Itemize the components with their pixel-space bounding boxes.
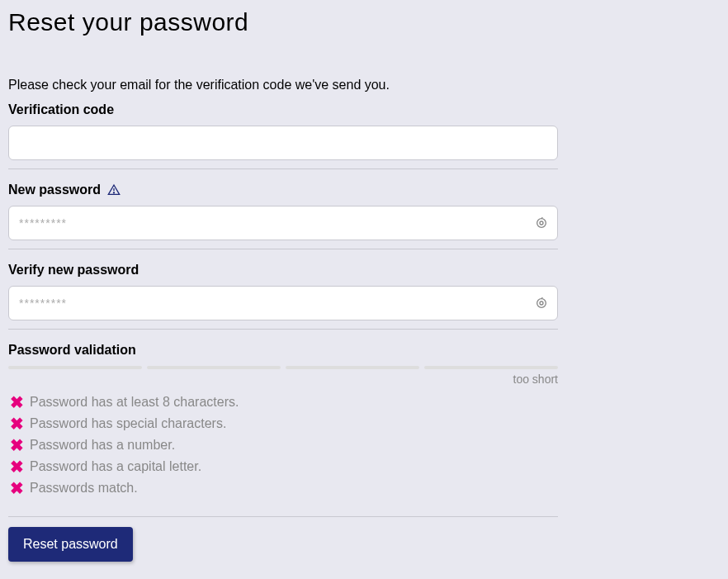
new-password-group: New password [8,183,558,249]
rule-text: Password has at least 8 characters. [30,395,239,410]
page-title: Reset your password [8,8,558,36]
svg-point-3 [540,221,543,225]
validation-rule: ✖ Password has special characters. [8,415,558,432]
verify-password-group: Verify new password [8,263,558,330]
verify-password-label: Verify new password [8,263,558,278]
password-validation-label: Password validation [8,343,558,358]
svg-point-1 [113,192,114,193]
strength-bar [8,366,142,369]
rule-text: Password has a capital letter. [30,459,201,474]
rule-text: Password has special characters. [30,416,226,431]
x-icon: ✖ [8,480,25,496]
eye-icon[interactable] [535,297,548,310]
new-password-input[interactable] [8,206,558,240]
svg-point-5 [540,301,543,305]
x-icon: ✖ [8,415,25,432]
strength-text: too short [8,373,558,386]
warning-icon [107,183,121,197]
x-icon: ✖ [8,458,25,475]
validation-rule: ✖ Password has at least 8 characters. [8,394,558,411]
password-validation-section: Password validation too short ✖ Password… [8,343,558,517]
rule-text: Password has a number. [30,438,175,453]
eye-icon[interactable] [535,216,548,230]
verify-password-input[interactable] [8,286,558,320]
page-description: Please check your email for the verifica… [8,78,558,93]
strength-bar [286,366,419,369]
reset-password-button[interactable]: Reset password [8,527,133,562]
strength-meter [8,366,558,369]
rule-text: Passwords match. [30,481,138,496]
x-icon: ✖ [8,394,25,411]
validation-rule: ✖ Passwords match. [8,480,558,496]
verification-code-group: Verification code [8,102,558,169]
svg-point-2 [537,219,546,228]
strength-bar [147,366,281,369]
verification-code-input[interactable] [8,126,558,160]
new-password-label: New password [8,183,101,197]
strength-bar [424,366,558,369]
validation-rules-list: ✖ Password has at least 8 characters. ✖ … [8,394,558,496]
svg-point-4 [537,299,546,308]
x-icon: ✖ [8,437,25,453]
verification-code-label: Verification code [8,102,558,117]
validation-rule: ✖ Password has a number. [8,437,558,453]
validation-rule: ✖ Password has a capital letter. [8,458,558,475]
